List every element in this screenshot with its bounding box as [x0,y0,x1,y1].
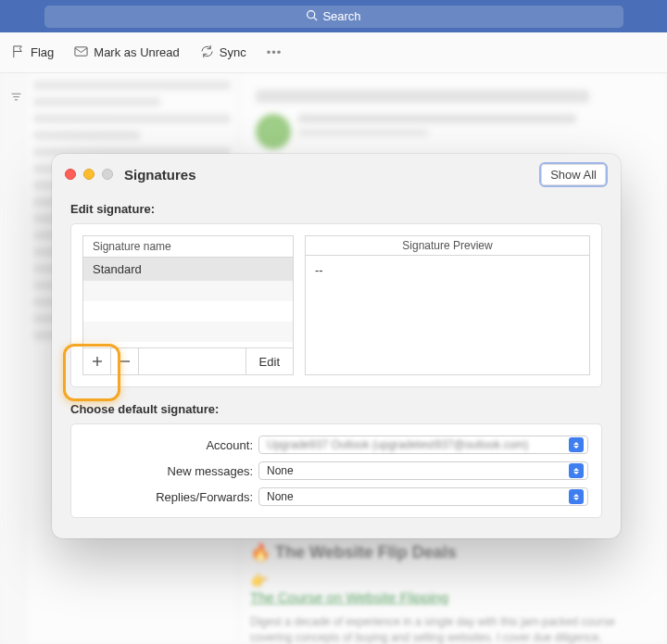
replies-forwards-label: Replies/Forwards: [84,490,253,504]
remove-signature-button[interactable] [111,348,139,374]
chevron-updown-icon [569,437,584,452]
toolbar: Flag Mark as Unread Sync ••• [0,32,667,73]
signature-row-empty [83,322,293,342]
signature-row[interactable]: Standard [83,258,293,281]
account-label: Account: [84,438,253,452]
envelope-icon [74,44,88,61]
signature-list[interactable]: Standard [82,258,294,347]
window-controls [65,169,113,180]
svg-rect-2 [75,46,87,55]
edit-signature-button[interactable]: Edit [245,348,293,374]
chevron-updown-icon [569,463,584,478]
signature-row-empty [83,301,293,322]
add-signature-button[interactable] [83,348,111,374]
signature-preview-header: Signature Preview [306,236,589,256]
search-box[interactable]: Search [44,6,623,28]
signature-row-empty [83,281,293,301]
flag-icon [11,44,25,61]
edit-signature-panel: Signature name Standard Edit [70,223,602,387]
svg-point-0 [308,10,315,18]
mark-unread-button[interactable]: Mark as Unread [74,44,179,61]
more-button[interactable]: ••• [267,45,283,59]
signature-preview-body: -- [306,256,589,374]
new-messages-dropdown[interactable]: None [258,461,588,480]
choose-default-label: Choose default signature: [70,402,602,416]
zoom-window-button[interactable] [102,169,113,180]
choose-default-panel: Account: Upgrade937 Outlook (upgradetest… [70,423,602,518]
search-icon [306,9,318,24]
close-window-button[interactable] [65,169,76,180]
signature-name-header: Signature name [82,235,294,258]
account-dropdown[interactable]: Upgrade937 Outlook (upgradetest937@outlo… [258,436,588,454]
background-mail-body: 🔥 The Website Flip Deals 👉 The Course on… [250,542,658,644]
sync-icon [200,44,214,61]
show-all-button[interactable]: Show All [539,162,608,187]
sync-button[interactable]: Sync [200,44,246,61]
svg-line-1 [314,17,317,19]
flag-button[interactable]: Flag [11,44,54,61]
modal-title: Signatures [124,167,196,183]
filter-icon[interactable] [10,90,22,107]
replies-forwards-dropdown[interactable]: None [258,487,588,506]
chevron-updown-icon [569,489,584,504]
minimize-window-button[interactable] [83,169,94,180]
search-placeholder: Search [322,9,360,23]
new-messages-label: New messages: [84,464,253,478]
edit-signature-label: Edit signature: [70,202,602,216]
signatures-modal: Signatures Show All Edit signature: Sign… [52,154,621,538]
